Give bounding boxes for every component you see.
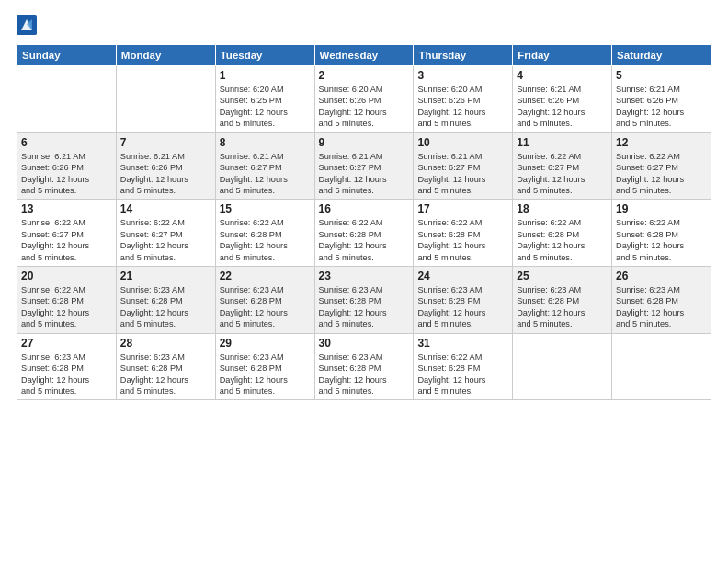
day-info: Sunrise: 6:22 AM Sunset: 6:28 PM Dayligh…	[21, 284, 112, 330]
day-number: 2	[319, 69, 410, 82]
day-info: Sunrise: 6:22 AM Sunset: 6:27 PM Dayligh…	[21, 217, 112, 263]
calendar-cell: 24Sunrise: 6:23 AM Sunset: 6:28 PM Dayli…	[414, 267, 513, 334]
calendar-cell: 19Sunrise: 6:22 AM Sunset: 6:28 PM Dayli…	[612, 200, 711, 267]
calendar-cell: 10Sunrise: 6:21 AM Sunset: 6:27 PM Dayli…	[414, 132, 513, 200]
calendar-week-3: 13Sunrise: 6:22 AM Sunset: 6:27 PM Dayli…	[17, 200, 711, 267]
day-info: Sunrise: 6:21 AM Sunset: 6:26 PM Dayligh…	[120, 151, 211, 197]
day-info: Sunrise: 6:23 AM Sunset: 6:28 PM Dayligh…	[21, 351, 112, 397]
calendar-cell: 29Sunrise: 6:23 AM Sunset: 6:28 PM Dayli…	[215, 333, 314, 400]
calendar-week-2: 6Sunrise: 6:21 AM Sunset: 6:26 PM Daylig…	[17, 132, 711, 200]
day-info: Sunrise: 6:23 AM Sunset: 6:28 PM Dayligh…	[616, 284, 707, 330]
calendar-cell	[612, 333, 711, 400]
day-info: Sunrise: 6:23 AM Sunset: 6:28 PM Dayligh…	[220, 284, 311, 330]
calendar: SundayMondayTuesdayWednesdayThursdayFrid…	[17, 44, 711, 400]
calendar-cell: 21Sunrise: 6:23 AM Sunset: 6:28 PM Dayli…	[116, 267, 215, 334]
day-number: 12	[616, 136, 707, 149]
day-info: Sunrise: 6:22 AM Sunset: 6:28 PM Dayligh…	[517, 217, 608, 263]
logo	[17, 15, 40, 35]
day-info: Sunrise: 6:23 AM Sunset: 6:28 PM Dayligh…	[220, 351, 311, 397]
day-number: 1	[220, 69, 311, 82]
day-number: 10	[417, 136, 508, 149]
day-info: Sunrise: 6:21 AM Sunset: 6:26 PM Dayligh…	[21, 151, 112, 197]
day-number: 17	[417, 202, 508, 215]
calendar-header-friday: Friday	[513, 45, 612, 66]
day-info: Sunrise: 6:22 AM Sunset: 6:28 PM Dayligh…	[319, 217, 410, 263]
calendar-cell: 1Sunrise: 6:20 AM Sunset: 6:25 PM Daylig…	[215, 66, 314, 133]
calendar-cell: 16Sunrise: 6:22 AM Sunset: 6:28 PM Dayli…	[314, 200, 414, 267]
day-info: Sunrise: 6:20 AM Sunset: 6:26 PM Dayligh…	[319, 84, 410, 130]
day-info: Sunrise: 6:22 AM Sunset: 6:28 PM Dayligh…	[220, 217, 311, 263]
calendar-header-thursday: Thursday	[414, 45, 513, 66]
day-info: Sunrise: 6:20 AM Sunset: 6:26 PM Dayligh…	[417, 84, 508, 130]
day-number: 24	[417, 270, 508, 282]
calendar-cell: 12Sunrise: 6:22 AM Sunset: 6:27 PM Dayli…	[612, 132, 711, 200]
day-number: 19	[616, 202, 707, 215]
day-number: 25	[517, 270, 608, 282]
calendar-cell: 5Sunrise: 6:21 AM Sunset: 6:26 PM Daylig…	[612, 66, 711, 133]
calendar-cell: 26Sunrise: 6:23 AM Sunset: 6:28 PM Dayli…	[612, 267, 711, 334]
calendar-cell: 15Sunrise: 6:22 AM Sunset: 6:28 PM Dayli…	[215, 200, 314, 267]
day-number: 9	[319, 136, 410, 149]
calendar-header-saturday: Saturday	[612, 45, 711, 66]
calendar-cell: 11Sunrise: 6:22 AM Sunset: 6:27 PM Dayli…	[513, 132, 612, 200]
day-info: Sunrise: 6:20 AM Sunset: 6:25 PM Dayligh…	[220, 84, 311, 130]
day-number: 29	[220, 337, 311, 350]
day-info: Sunrise: 6:22 AM Sunset: 6:27 PM Dayligh…	[616, 151, 707, 197]
calendar-cell: 7Sunrise: 6:21 AM Sunset: 6:26 PM Daylig…	[116, 132, 215, 200]
calendar-header-wednesday: Wednesday	[314, 45, 414, 66]
day-number: 14	[120, 202, 211, 215]
day-number: 22	[220, 270, 311, 282]
calendar-cell: 13Sunrise: 6:22 AM Sunset: 6:27 PM Dayli…	[17, 200, 117, 267]
day-number: 11	[517, 136, 608, 149]
calendar-week-5: 27Sunrise: 6:23 AM Sunset: 6:28 PM Dayli…	[17, 333, 711, 400]
day-number: 18	[517, 202, 608, 215]
calendar-cell: 6Sunrise: 6:21 AM Sunset: 6:26 PM Daylig…	[17, 132, 117, 200]
calendar-cell: 4Sunrise: 6:21 AM Sunset: 6:26 PM Daylig…	[513, 66, 612, 133]
calendar-cell: 23Sunrise: 6:23 AM Sunset: 6:28 PM Dayli…	[314, 267, 414, 334]
calendar-cell: 20Sunrise: 6:22 AM Sunset: 6:28 PM Dayli…	[17, 267, 117, 334]
day-number: 13	[21, 202, 112, 215]
day-info: Sunrise: 6:21 AM Sunset: 6:27 PM Dayligh…	[220, 151, 311, 197]
day-number: 27	[21, 337, 112, 350]
day-number: 7	[120, 136, 211, 149]
day-number: 8	[220, 136, 311, 149]
day-number: 23	[319, 270, 410, 282]
calendar-cell	[116, 66, 215, 133]
day-info: Sunrise: 6:21 AM Sunset: 6:26 PM Dayligh…	[517, 84, 608, 130]
day-info: Sunrise: 6:23 AM Sunset: 6:28 PM Dayligh…	[417, 284, 508, 330]
day-number: 5	[616, 69, 707, 82]
day-number: 3	[417, 69, 508, 82]
day-number: 15	[220, 202, 311, 215]
day-info: Sunrise: 6:22 AM Sunset: 6:28 PM Dayligh…	[417, 217, 508, 263]
day-info: Sunrise: 6:21 AM Sunset: 6:27 PM Dayligh…	[417, 151, 508, 197]
day-info: Sunrise: 6:23 AM Sunset: 6:28 PM Dayligh…	[319, 284, 410, 330]
day-number: 20	[21, 270, 112, 282]
day-info: Sunrise: 6:23 AM Sunset: 6:28 PM Dayligh…	[517, 284, 608, 330]
calendar-cell: 30Sunrise: 6:23 AM Sunset: 6:28 PM Dayli…	[314, 333, 414, 400]
calendar-cell: 9Sunrise: 6:21 AM Sunset: 6:27 PM Daylig…	[314, 132, 414, 200]
calendar-cell	[17, 66, 117, 133]
day-info: Sunrise: 6:23 AM Sunset: 6:28 PM Dayligh…	[120, 351, 211, 397]
day-info: Sunrise: 6:22 AM Sunset: 6:27 PM Dayligh…	[120, 217, 211, 263]
calendar-header-tuesday: Tuesday	[215, 45, 314, 66]
day-info: Sunrise: 6:23 AM Sunset: 6:28 PM Dayligh…	[120, 284, 211, 330]
logo-icon	[17, 15, 37, 35]
day-info: Sunrise: 6:22 AM Sunset: 6:28 PM Dayligh…	[616, 217, 707, 263]
calendar-cell: 27Sunrise: 6:23 AM Sunset: 6:28 PM Dayli…	[17, 333, 117, 400]
calendar-cell: 31Sunrise: 6:22 AM Sunset: 6:28 PM Dayli…	[414, 333, 513, 400]
calendar-cell: 18Sunrise: 6:22 AM Sunset: 6:28 PM Dayli…	[513, 200, 612, 267]
day-info: Sunrise: 6:23 AM Sunset: 6:28 PM Dayligh…	[319, 351, 410, 397]
calendar-cell: 3Sunrise: 6:20 AM Sunset: 6:26 PM Daylig…	[414, 66, 513, 133]
day-number: 30	[319, 337, 410, 350]
day-number: 6	[21, 136, 112, 149]
calendar-header-row: SundayMondayTuesdayWednesdayThursdayFrid…	[17, 45, 711, 66]
calendar-week-1: 1Sunrise: 6:20 AM Sunset: 6:25 PM Daylig…	[17, 66, 711, 133]
calendar-cell: 14Sunrise: 6:22 AM Sunset: 6:27 PM Dayli…	[116, 200, 215, 267]
day-number: 26	[616, 270, 707, 282]
calendar-cell	[513, 333, 612, 400]
day-number: 21	[120, 270, 211, 282]
calendar-cell: 25Sunrise: 6:23 AM Sunset: 6:28 PM Dayli…	[513, 267, 612, 334]
calendar-cell: 22Sunrise: 6:23 AM Sunset: 6:28 PM Dayli…	[215, 267, 314, 334]
calendar-cell: 17Sunrise: 6:22 AM Sunset: 6:28 PM Dayli…	[414, 200, 513, 267]
day-info: Sunrise: 6:21 AM Sunset: 6:26 PM Dayligh…	[616, 84, 707, 130]
